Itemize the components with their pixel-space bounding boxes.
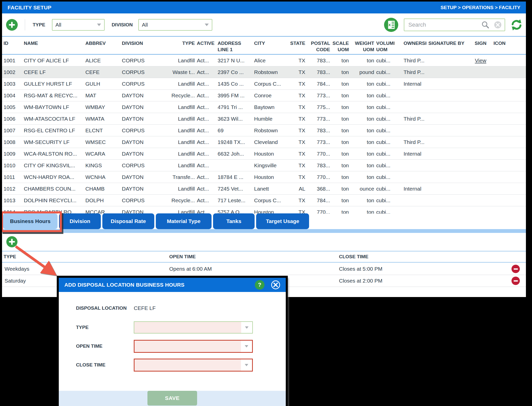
cell-abbrev: DOLPH	[85, 197, 120, 204]
type-filter-label: TYPE	[33, 22, 45, 28]
tab-business-hours[interactable]: Business Hours	[3, 213, 58, 229]
column-header-icon[interactable]: ICON	[493, 40, 511, 54]
column-header-division[interactable]: DIVISION	[122, 40, 162, 54]
tab-division[interactable]: Division	[59, 213, 101, 229]
add-facility-button[interactable]	[6, 19, 18, 31]
open-time-field-label: OPEN TIME	[76, 343, 134, 349]
cell-name: CITY OF ALICE LF	[24, 58, 83, 64]
search-icon[interactable]	[481, 21, 489, 29]
facility-row-1007[interactable]: 1007RSG-EL CENTRO LFELCNTCORPUSLandfillA…	[2, 125, 526, 136]
column-header-ownership[interactable]: OWNERSHIP	[396, 40, 426, 54]
cell-id: 1012	[4, 186, 22, 192]
division-filter-select[interactable]: All	[138, 19, 212, 31]
refresh-icon[interactable]	[510, 19, 523, 31]
facility-row-1010[interactable]: 1010CITY OF KINGSVIL...KINGSCORPUSLandfi…	[2, 160, 526, 171]
cell-id: 1003	[4, 81, 22, 87]
column-header-signature_by[interactable]: SIGNATURE BY	[428, 40, 468, 54]
cell-scale_uom: ton	[332, 186, 349, 192]
cell-address: 3623 Wil...	[218, 116, 252, 122]
close-icon[interactable]	[271, 280, 280, 289]
column-header-state[interactable]: STATE	[287, 40, 305, 54]
add-business-hours-button[interactable]	[6, 236, 17, 247]
cell-volume_uom: cubi...	[376, 116, 394, 122]
column-header-scale_uom[interactable]: SCALE UOM	[332, 40, 349, 54]
cell-volume_uom: cubi...	[376, 104, 394, 110]
cell-address: 717 Leste...	[218, 197, 252, 204]
delete-business-hours-icon[interactable]	[511, 277, 520, 285]
column-header-active[interactable]: ACTIVE	[197, 40, 216, 54]
cell-state: TX	[287, 127, 305, 134]
cell-id: 1004	[4, 93, 22, 99]
cell-type: Landfill	[164, 104, 195, 110]
cell-state: TX	[287, 104, 305, 110]
add-business-hours-modal: ADD DISPOSAL LOCATION BUSINESS HOURS ? D…	[57, 276, 288, 406]
cell-name: WM-BAYTOWN LF	[24, 104, 83, 110]
facility-row-1001[interactable]: 1001CITY OF ALICE LFALICECORPUSLandfillA…	[2, 55, 526, 66]
close-time-select[interactable]	[134, 359, 253, 372]
chevron-down-icon	[205, 24, 209, 26]
facility-row-1011[interactable]: 1011WCN-HARDY ROA...WCNHADAYTONTransfe..…	[2, 171, 526, 183]
column-header-abbrev[interactable]: ABBREV	[85, 40, 120, 54]
facility-row-1003[interactable]: 1003GULLEY HURST LFGULHCORPUSLandfillAct…	[2, 78, 526, 90]
facility-row-1005[interactable]: 1005WM-BAYTOWN LFWMBAYDAYTONLandfillAct.…	[2, 101, 526, 113]
cell-id: 1006	[4, 116, 22, 122]
column-header-city[interactable]: CITY	[254, 40, 284, 54]
cell-active: Act...	[197, 139, 216, 145]
search-input[interactable]	[404, 19, 505, 31]
cell-city: Corpus C...	[254, 81, 284, 87]
page-title: FACILITY SETUP	[8, 5, 51, 11]
cell-ownership: Third P...	[396, 116, 426, 122]
cell-active: Act...	[197, 197, 216, 204]
column-header-type[interactable]: TYPE	[164, 40, 195, 54]
cell-ownership: Third P...	[396, 139, 426, 145]
chevron-down-icon	[241, 341, 252, 352]
cell-sign[interactable]: View	[470, 58, 491, 64]
cell-address: 3995 FM ...	[218, 93, 252, 99]
cell-postal: 775...	[307, 104, 330, 110]
tab-tanks[interactable]: Tanks	[213, 213, 255, 229]
facility-row-1009[interactable]: 1009WCA-RALSTON RO...WCARADAYTONLandfill…	[2, 148, 526, 160]
tab-material-type[interactable]: Material Type	[156, 213, 212, 229]
tab-target-usage[interactable]: Target Usage	[256, 213, 309, 229]
cell-volume_uom: cubi...	[376, 162, 394, 169]
cell-weight_uom: pound	[351, 69, 374, 75]
business-hours-row-weekdays[interactable]: WeekdaysOpens at 6:00 AMCloses at 5:00 P…	[2, 263, 526, 275]
cell-weight_uom: ton	[351, 127, 374, 134]
save-button[interactable]: SAVE	[147, 391, 197, 405]
cell-state: TX	[287, 139, 305, 145]
column-header-sign[interactable]: SIGN	[470, 40, 491, 54]
excel-export-icon[interactable]: x	[384, 18, 398, 32]
cell-address: 5757 A O...	[218, 209, 252, 214]
close-time-field-label: CLOSE TIME	[76, 362, 134, 368]
cell-type: Landfill	[164, 81, 195, 87]
facility-row-1004[interactable]: 1004RSG-MAT & RECYC...MATDAYTONRecycle..…	[2, 90, 526, 101]
clear-search-icon[interactable]	[494, 21, 502, 29]
column-header-name[interactable]: NAME	[24, 40, 83, 54]
search-box	[404, 19, 505, 31]
facility-row-1008[interactable]: 1008WM-SECURITY LFWMSECDAYTONLandfillAct…	[2, 136, 526, 148]
facility-row-1014[interactable]: 1014RSG-McCARTY RO...MCCARDAYTONLandfill…	[2, 206, 526, 214]
type-select[interactable]	[134, 321, 253, 334]
type-filter-select[interactable]: All	[52, 19, 105, 31]
cell-division: CORPUS	[122, 69, 162, 75]
tab-disposal-rate[interactable]: Disposal Rate	[102, 213, 154, 229]
facility-row-1002[interactable]: 1002CEFE LFCEFECORPUSWaste t...Act...239…	[2, 66, 526, 78]
column-header-postal[interactable]: POSTAL CODE	[307, 40, 330, 54]
facility-row-1012[interactable]: 1012CHAMBERS COUN...CHAMBDAYTONLandfillA…	[2, 183, 526, 195]
cell-postal: 770...	[307, 151, 330, 157]
column-header-weight_uom[interactable]: WEIGHT UOM	[351, 40, 374, 54]
cell-city: Houston	[254, 174, 284, 180]
cell-abbrev: WMATA	[85, 116, 120, 122]
tab-underline-bar	[2, 229, 526, 233]
help-icon[interactable]: ?	[255, 280, 264, 290]
facility-row-1006[interactable]: 1006WM-ATASCOCITA LFWMATADAYTONLandfillA…	[2, 113, 526, 125]
column-header-address[interactable]: ADDRESS LINE 1	[218, 40, 252, 54]
column-header-id[interactable]: ID	[4, 40, 22, 54]
open-time-select[interactable]	[134, 340, 253, 353]
delete-business-hours-icon[interactable]	[511, 265, 520, 273]
business-hours-type: Saturday	[5, 278, 26, 284]
cell-name: WCN-HARDY ROA...	[24, 174, 83, 180]
facility-row-1013[interactable]: 1013DOLPHIN RECYCLI...DOLPHCORPUSRecycle…	[2, 195, 526, 206]
cell-volume_uom: cubi...	[376, 69, 394, 75]
column-header-volume_uom[interactable]: VOLUME UOM	[376, 40, 394, 54]
